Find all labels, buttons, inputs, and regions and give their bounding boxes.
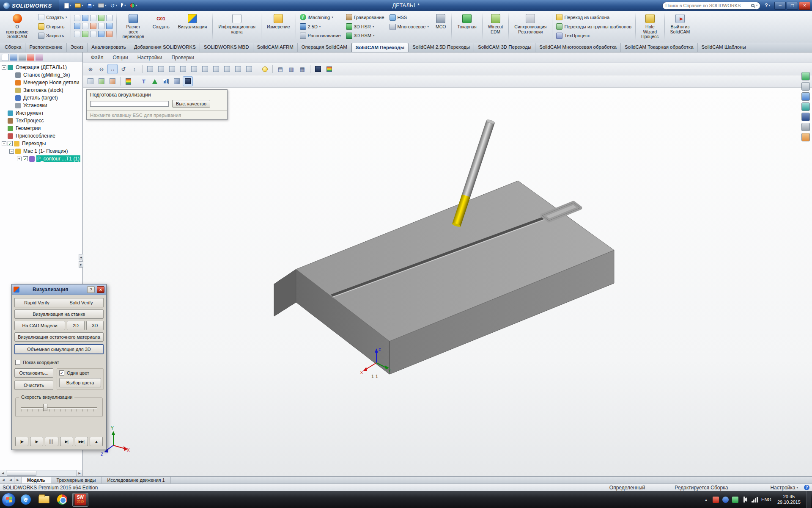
select-button[interactable]: ▾ (120, 2, 127, 9)
turning-button[interactable]: Токарная (455, 13, 479, 31)
customize-menu[interactable]: Настройка (770, 485, 795, 491)
view-top-icon[interactable] (189, 64, 199, 74)
cam-tool-icon[interactable] (98, 15, 104, 21)
tab-solidcam-25d[interactable]: SolidCAM 2.5D Переходы (409, 43, 474, 52)
options-strip-icon[interactable] (801, 123, 810, 131)
taskbar-clock[interactable]: 20:45 29.10.2015 (775, 494, 803, 505)
multiaxis-button[interactable]: Многоосевое▾ (388, 22, 431, 31)
tab-solidcam-afrm[interactable]: SolidCAM AFRM (253, 43, 298, 52)
collapse-icon[interactable]: − (9, 149, 14, 154)
dialog-titlebar[interactable]: Визуализация ? × (12, 284, 106, 295)
exit-solidcam-button[interactable]: Выйти из SolidCAM (668, 13, 693, 36)
wirecut-edm-button[interactable]: Wirecut EDM (486, 13, 506, 36)
tray-app-green-icon[interactable] (732, 497, 738, 503)
tab-solidcam-turning[interactable]: SolidCAM Токарная обработка (621, 43, 698, 52)
tabs-scroll-left-icon[interactable]: ◀ (7, 477, 14, 483)
tab-motion-study[interactable]: Исследование движения 1 (102, 477, 170, 483)
view-normal-icon[interactable] (244, 64, 254, 74)
panel-splitter[interactable]: ◀ ▶ (79, 254, 83, 268)
tab-3d-views[interactable]: Трехмерные виды (51, 477, 102, 483)
tree-item-zero-manager[interactable]: Менеджер Ноля детали (0, 79, 82, 86)
material-removal-icon[interactable] (123, 76, 133, 86)
tab-solidcam-multiaxis[interactable]: SolidCAM Многоосевая обработка (535, 43, 621, 52)
tree-tab-configuration-icon[interactable] (27, 54, 34, 61)
tree-item-fixture[interactable]: Приспособление (0, 132, 82, 140)
tree-item-stock[interactable]: Заготовка (stock) (0, 86, 82, 94)
step-forward-button[interactable]: ▶| (60, 437, 73, 446)
tree-item-pcontour[interactable]: + ✓ P_contour ...T1 (1) (0, 155, 82, 163)
tray-app-blue-icon[interactable] (722, 497, 729, 503)
cam-tool-icon[interactable] (90, 23, 96, 29)
graphics-viewport[interactable]: Z X Y 1-1 X Y Z Подготовка визуализаци (83, 88, 812, 476)
rapid-verify-tab[interactable]: Rapid Verify (14, 298, 59, 307)
cam-tool-icon[interactable] (98, 31, 104, 37)
pause-button[interactable]: ▌▌ (45, 437, 58, 446)
rest-material-button[interactable]: Визуализация остаточного материала (14, 332, 104, 342)
measure-button[interactable]: Измерение (264, 13, 293, 31)
view-trimetric-icon[interactable] (233, 64, 243, 74)
mco-button[interactable]: MCO (433, 13, 449, 31)
rotate-view-icon[interactable]: ↺ (118, 64, 129, 74)
menu-file[interactable]: Файл (86, 53, 108, 62)
tree-item-settings[interactable]: Установки (0, 102, 82, 109)
tree-tab-property-icon[interactable] (19, 54, 26, 61)
taskbar-solidworks-button[interactable]: SW2015 (72, 493, 88, 507)
view-right-icon[interactable] (178, 64, 188, 74)
operations-checkbox[interactable]: ✓ (8, 141, 13, 146)
engraving-button[interactable]: Гравирование (344, 13, 386, 22)
cam-tool-icon[interactable] (82, 23, 88, 29)
cam-tool-icon[interactable] (82, 15, 88, 21)
minimize-button[interactable]: – (774, 2, 786, 10)
tab-sketch[interactable]: Эскиз (67, 43, 88, 52)
about-solidcam-button[interactable]: О программе SolidCAM (3, 13, 31, 41)
operation-from-template-button[interactable]: Переход из шаблона (554, 13, 633, 22)
show-desktop-button[interactable] (807, 491, 811, 508)
clear-button[interactable]: Очистить (14, 381, 53, 390)
rebuild-button[interactable]: ▾ (129, 2, 139, 9)
show-stock-icon[interactable] (85, 76, 96, 86)
show-target-icon[interactable] (96, 76, 107, 86)
tree-item-target[interactable]: Деталь (target) (0, 94, 82, 102)
customize-dropdown-icon[interactable]: ▾ (796, 486, 798, 489)
section-view-icon[interactable] (172, 76, 182, 86)
3d-hsr-button[interactable]: 3D HSR▾ (344, 22, 386, 31)
search-icon[interactable] (751, 4, 754, 7)
tree-tab-feature-icon[interactable] (10, 54, 17, 61)
machine-simulation-button[interactable]: Визуализация на станке (14, 309, 104, 319)
zoom-out-icon[interactable]: ⊖ (96, 64, 107, 74)
imachining-button[interactable]: iiMachining▾ (298, 13, 343, 22)
status-help-icon[interactable]: ? (804, 485, 809, 490)
start-button[interactable] (2, 493, 16, 507)
scroll-right-icon[interactable]: ▶ (76, 470, 82, 476)
taskbar-explorer-button[interactable] (36, 493, 52, 507)
tray-app-red-icon[interactable] (713, 497, 719, 503)
tree-item-machine[interactable]: Станок (gMilling_3x) (0, 71, 82, 79)
tabs-scroll-right-icon[interactable]: ▶ (14, 477, 22, 483)
cam-tool-icon[interactable] (82, 31, 88, 37)
techprocess-button[interactable]: ТехПроцесс (554, 31, 633, 40)
volume-icon[interactable] (742, 497, 748, 503)
menu-settings[interactable]: Настройки (133, 53, 167, 62)
tree-item-operations-folder[interactable]: − ✓ Переходы (0, 140, 82, 147)
operations-from-template-group-button[interactable]: Переходы из группы шаблонов (554, 22, 633, 31)
collapse-icon[interactable]: − (2, 65, 6, 70)
cam-tool-icon[interactable] (74, 23, 80, 29)
volume-simulation-button[interactable]: Объемная симуляция для 3D (14, 344, 104, 354)
search-input[interactable] (665, 3, 749, 8)
tree-item-operation-root[interactable]: − Операция (ДЕТАЛЬ1) (0, 64, 82, 71)
show-fixture-icon[interactable] (107, 76, 118, 86)
show-coordinates-checkbox[interactable]: Показ координат (15, 360, 103, 365)
tab-mbd[interactable]: SOLIDWORKS MBD (200, 43, 253, 52)
scroll-left-icon[interactable]: ◀ (0, 470, 6, 476)
open-button[interactable]: ▾ (74, 3, 85, 8)
tree-item-mac1[interactable]: − Мас 1 (1- Позиция) (0, 147, 82, 155)
color-picker-button[interactable]: Выбор цвета (59, 378, 101, 387)
toolpath-display-icon[interactable] (801, 92, 810, 101)
turret-sync-button[interactable]: Синхронизация Рев.головки (512, 13, 549, 36)
view-dimetric-icon[interactable] (222, 64, 232, 74)
recognition-button[interactable]: Распознавание (298, 31, 343, 40)
stop-eject-button[interactable]: ▲ (90, 437, 103, 446)
tree-tab-dimxpert-icon[interactable] (36, 54, 43, 61)
cam-tool-icon[interactable] (90, 15, 96, 21)
tab-evaluate[interactable]: Анализировать (88, 43, 130, 52)
